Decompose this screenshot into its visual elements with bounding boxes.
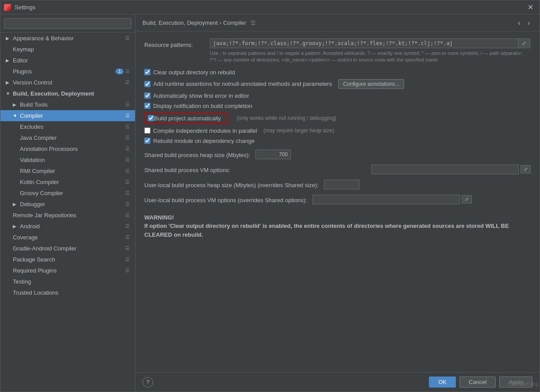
sidebar-item-java-compiler[interactable]: Java Compiler ☰ [0, 132, 135, 143]
arrow-icon: ▶ [13, 202, 18, 207]
sidebar-item-excludes[interactable]: Excludes ☰ [0, 121, 135, 132]
resource-patterns-label: Resource patterns: [144, 40, 206, 48]
compile-parallel-row: Compile independent modules in parallel … [144, 127, 531, 134]
sidebar-item-label: Compiler [20, 112, 43, 119]
resource-input-wrap: ⤢ [210, 38, 531, 48]
main-panel: Build, Execution, Deployment › Compiler … [135, 15, 540, 392]
compile-parallel-checkbox[interactable] [144, 127, 150, 134]
sidebar-item-build-exec[interactable]: ▼ Build, Execution, Deployment [0, 88, 135, 99]
compiler-settings: Resource patterns: ⤢ Use ; to separate p… [135, 31, 540, 372]
rebuild-module-label[interactable]: Rebuild module on dependency change [153, 138, 255, 144]
sidebar-item-android[interactable]: ▶ Android ☰ [0, 221, 135, 232]
cancel-button[interactable]: Cancel [459, 377, 496, 388]
sidebar-item-label: RMI Compiler [20, 168, 55, 174]
sidebar-item-kotlin[interactable]: Kotlin Compiler ☰ [0, 177, 135, 188]
arrow-icon: ▶ [6, 36, 11, 41]
user-vm-input[interactable] [312, 195, 460, 204]
gear-icon: ☰ [125, 234, 131, 241]
sidebar-item-plugins[interactable]: ▶ Plugins 1 ☰ [0, 66, 135, 77]
gear-icon: ☰ [125, 102, 131, 108]
sidebar-item-label: Groovy Compiler [20, 190, 63, 196]
sidebar-item-required-plugins[interactable]: Required Plugins ☰ [0, 265, 135, 276]
heap-size-input[interactable] [255, 150, 291, 159]
search-container [0, 15, 135, 33]
resource-patterns-input[interactable] [210, 38, 518, 48]
warning-title: WARNING! [144, 213, 531, 222]
title-bar: Settings ✕ [0, 0, 540, 15]
ok-button[interactable]: OK [429, 377, 456, 388]
display-notification-checkbox[interactable] [144, 103, 150, 109]
compile-parallel-label[interactable]: Compile independent modules in parallel [153, 127, 257, 134]
user-heap-label: User-local build process heap size (Mbyt… [144, 181, 319, 188]
build-auto-label[interactable]: Build project automatically [154, 115, 221, 122]
main-content-area: ▶ Appearance & Behavior ☰ ▶ Keymap ▶ Edi… [0, 15, 540, 392]
sidebar-item-label: Package Search [13, 256, 55, 263]
sidebar-item-label: Keymap [13, 46, 34, 53]
sidebar-item-gradle-android[interactable]: Gradle-Android Compiler ☰ [0, 243, 135, 254]
close-button[interactable]: ✕ [525, 2, 536, 12]
gear-icon: ☰ [125, 80, 131, 86]
build-auto-checkbox[interactable] [148, 115, 154, 121]
gear-icon: ☰ [125, 124, 131, 130]
gear-icon: ☰ [125, 257, 131, 263]
help-button[interactable]: ? [143, 377, 153, 388]
sidebar-item-compiler[interactable]: ▼ Compiler ☰ [0, 110, 135, 121]
sidebar-item-coverage[interactable]: Coverage ☰ [0, 232, 135, 243]
sidebar-item-validation[interactable]: Validation ☰ [0, 154, 135, 165]
gear-icon: ☰ [125, 135, 131, 141]
nav-forward-button[interactable]: › [525, 18, 532, 28]
breadcrumb-current: Compiler [223, 19, 246, 26]
heap-size-row: Shared build process heap size (Mbytes): [144, 150, 531, 159]
auto-show-checkbox[interactable] [144, 92, 150, 99]
warning-body: If option 'Clear output directory on reb… [144, 222, 531, 239]
breadcrumb: Build, Execution, Deployment › Compiler … [143, 19, 256, 26]
arrow-icon: ▶ [13, 224, 18, 229]
clear-output-label[interactable]: Clear output directory on rebuild [153, 69, 235, 76]
user-vm-expand[interactable]: ⤢ [462, 195, 472, 204]
sidebar-item-keymap[interactable]: ▶ Keymap [0, 44, 135, 55]
window-title: Settings [15, 4, 525, 11]
sidebar-item-label: Kotlin Compiler [20, 179, 59, 185]
vm-options-expand[interactable]: ⤢ [521, 165, 531, 173]
display-notification-label[interactable]: Display notification on build completion [153, 103, 252, 109]
sidebar-item-trusted[interactable]: Trusted Locations [0, 287, 135, 298]
sidebar-item-annotation[interactable]: Annotation Processors ☰ [0, 143, 135, 154]
gear-icon: ☰ [125, 157, 131, 163]
nav-back-button[interactable]: ‹ [515, 18, 523, 28]
resource-patterns-hint: Use ; to separate patterns and ! to nega… [210, 50, 528, 64]
sidebar-item-label: Appearance & Behavior [13, 35, 73, 42]
gear-icon: ☰ [125, 246, 131, 252]
sidebar-item-build-tools[interactable]: ▶ Build Tools ☰ [0, 99, 135, 110]
vm-options-row: Shared build process VM options: ⤢ [144, 165, 531, 174]
resource-expand-button[interactable]: ⤢ [518, 38, 530, 48]
add-runtime-checkbox[interactable] [144, 81, 150, 87]
sidebar-item-testing[interactable]: ▶ Testing [0, 276, 135, 287]
rebuild-module-checkbox[interactable] [144, 138, 150, 144]
search-input[interactable] [4, 18, 131, 29]
sidebar-item-editor[interactable]: ▶ Editor [0, 55, 135, 66]
breadcrumb-separator: › [220, 19, 221, 26]
sidebar-item-rmi[interactable]: RMI Compiler ☰ [0, 165, 135, 177]
clear-output-checkbox[interactable] [144, 69, 150, 75]
user-heap-input[interactable] [324, 180, 359, 189]
arrow-icon: ▼ [13, 113, 18, 118]
sidebar-item-groovy[interactable]: Groovy Compiler ☰ [0, 188, 135, 199]
add-runtime-label[interactable]: Add runtime assertions for notnull-annot… [153, 81, 332, 87]
sidebar-item-remote-jar[interactable]: Remote Jar Repositories ☰ [0, 210, 135, 221]
sidebar-item-debugger[interactable]: ▶ Debugger ☰ [0, 199, 135, 210]
display-notification-row: Display notification on build completion [144, 103, 531, 109]
sidebar-item-version-control[interactable]: ▶ Version Control ☰ [0, 77, 135, 88]
auto-show-label[interactable]: Automatically show first error in editor [153, 92, 249, 99]
vm-options-input[interactable] [371, 165, 519, 174]
configure-annotations-button[interactable]: Configure annotations... [338, 79, 404, 89]
gear-icon: ☰ [125, 113, 131, 119]
nav-arrows: ‹ › [515, 18, 532, 28]
breadcrumb-parent: Build, Execution, Deployment [143, 19, 218, 26]
sidebar-item-appearance[interactable]: ▶ Appearance & Behavior ☰ [0, 33, 135, 44]
gear-icon: ☰ [125, 212, 131, 219]
menu-icon[interactable]: ☰ [251, 19, 256, 26]
sidebar-item-label: Java Compiler [20, 135, 57, 141]
compile-parallel-note: (may require larger heap size) [263, 127, 334, 134]
sidebar-item-package-search[interactable]: Package Search ☰ [0, 254, 135, 265]
sidebar-item-label: Build, Execution, Deployment [13, 90, 94, 97]
